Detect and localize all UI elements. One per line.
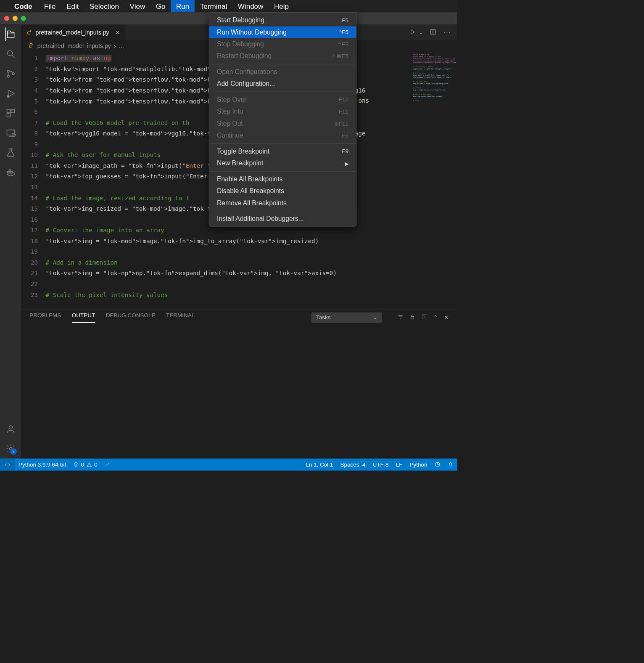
lock-icon[interactable] xyxy=(409,314,415,321)
menu-go[interactable]: Go xyxy=(150,0,171,12)
menu-item-add-configuration-[interactable]: Add Configuration... xyxy=(209,78,356,90)
traffic-lights xyxy=(4,16,26,21)
tab-output[interactable]: OUTPUT xyxy=(72,312,95,323)
svg-point-2 xyxy=(7,75,9,77)
run-file-icon[interactable] xyxy=(409,29,416,36)
menu-help[interactable]: Help xyxy=(269,0,294,12)
settings-badge: 1 xyxy=(10,448,17,455)
menu-item-step-into: Step IntoF11 xyxy=(209,106,356,117)
settings-icon[interactable]: 1 xyxy=(5,443,16,454)
tab-debug-console[interactable]: DEBUG CONSOLE xyxy=(106,312,156,323)
bottom-panel: PROBLEMS OUTPUT DEBUG CONSOLE TERMINAL T… xyxy=(21,309,457,459)
account-icon[interactable] xyxy=(5,424,16,435)
svg-rect-18 xyxy=(411,316,414,318)
close-icon[interactable] xyxy=(4,16,9,21)
menu-item-continue: ContinueF5 xyxy=(209,130,356,141)
output-channel-label: Tasks xyxy=(316,314,330,321)
menu-item-step-over: Step OverF10 xyxy=(209,94,356,106)
chevron-right-icon: › xyxy=(114,42,116,49)
status-kernel[interactable] xyxy=(101,459,113,471)
activity-bar: 1 xyxy=(0,25,21,459)
minimap[interactable]: import numpy as npimport matplotlib.pypl… xyxy=(409,52,457,130)
menu-item-start-debugging[interactable]: Start DebuggingF5 xyxy=(209,14,356,26)
menu-item-restart-debugging: Restart Debugging⇧⌘F5 xyxy=(209,50,356,62)
svg-point-0 xyxy=(7,50,12,56)
app-name[interactable]: Code xyxy=(14,2,32,11)
source-control-icon[interactable] xyxy=(5,69,16,80)
breadcrumb-rest[interactable]: ... xyxy=(119,42,124,49)
python-icon xyxy=(26,29,33,36)
run-debug-icon[interactable] xyxy=(5,88,16,99)
svg-point-16 xyxy=(29,31,29,31)
error-count: 0 xyxy=(81,461,84,468)
breadcrumb-file[interactable]: pretrained_model_inputs.py xyxy=(37,42,111,49)
menu-terminal[interactable]: Terminal xyxy=(195,0,232,12)
status-bell-icon[interactable] xyxy=(444,459,457,471)
run-menu-dropdown: Start DebuggingF5Run Without Debugging^F… xyxy=(209,12,356,227)
status-feedback-icon[interactable] xyxy=(431,459,444,471)
menu-item-step-out: Step Out⇧F11 xyxy=(209,118,356,130)
menu-run[interactable]: Run xyxy=(171,0,195,12)
filter-icon[interactable] xyxy=(397,314,403,321)
split-editor-icon[interactable] xyxy=(430,29,436,36)
svg-rect-5 xyxy=(7,109,10,113)
menu-item-new-breakpoint[interactable]: New Breakpoint▶ xyxy=(209,157,356,169)
testing-icon[interactable] xyxy=(5,147,16,158)
tab-label: pretrained_model_inputs.py xyxy=(35,29,109,36)
warning-count: 0 xyxy=(94,461,98,468)
svg-point-1 xyxy=(7,70,9,72)
status-language[interactable]: Python xyxy=(406,459,431,471)
svg-rect-6 xyxy=(11,109,14,113)
close-panel-icon[interactable]: ✕ xyxy=(444,314,449,321)
editor-actions: ⌄ ··· xyxy=(409,25,457,40)
tab-close-icon[interactable]: ✕ xyxy=(115,29,120,36)
status-eol[interactable]: LF xyxy=(392,459,406,471)
search-icon[interactable] xyxy=(5,49,16,60)
menu-file[interactable]: File xyxy=(39,0,61,12)
menu-window[interactable]: Window xyxy=(232,0,269,12)
status-python[interactable]: Python 3.9.9 64-bit xyxy=(15,459,69,471)
svg-point-22 xyxy=(438,462,440,464)
output-channel-select[interactable]: Tasks ⌄ xyxy=(311,312,382,323)
chevron-down-icon[interactable]: ⌄ xyxy=(419,30,423,35)
svg-point-14 xyxy=(9,426,12,429)
clear-icon[interactable] xyxy=(421,314,427,321)
tab-pretrained-model-inputs[interactable]: pretrained_model_inputs.py ✕ xyxy=(21,25,125,40)
menu-edit[interactable]: Edit xyxy=(61,0,84,12)
svg-point-4 xyxy=(7,95,9,98)
menu-item-stop-debugging: Stop Debugging⇧F5 xyxy=(209,38,356,50)
chevron-down-icon: ⌄ xyxy=(372,314,377,321)
status-cursor-pos[interactable]: Ln 1, Col 1 xyxy=(302,459,337,471)
menu-view[interactable]: View xyxy=(124,0,150,12)
svg-rect-13 xyxy=(9,170,11,172)
status-encoding[interactable]: UTF-8 xyxy=(369,459,392,471)
svg-rect-8 xyxy=(7,130,14,135)
more-actions-icon[interactable]: ··· xyxy=(443,28,451,37)
svg-rect-7 xyxy=(7,114,10,117)
tab-terminal[interactable]: TERMINAL xyxy=(166,312,195,323)
menu-item-open-configurations: Open Configurations xyxy=(209,66,356,78)
minimize-icon[interactable] xyxy=(13,16,18,21)
menu-item-disable-all-breakpoints[interactable]: Disable All Breakpoints xyxy=(209,185,356,197)
tab-problems[interactable]: PROBLEMS xyxy=(29,312,61,323)
status-indent[interactable]: Spaces: 4 xyxy=(337,459,369,471)
menu-item-run-without-debugging[interactable]: Run Without Debugging^F5 xyxy=(209,26,356,38)
gutter: 1234567891011121314151617181920212223 xyxy=(21,52,45,309)
chevron-up-icon[interactable]: ⌃ xyxy=(433,314,438,321)
menu-item-install-additional-debuggers-[interactable]: Install Additional Debuggers... xyxy=(209,213,356,225)
menu-selection[interactable]: Selection xyxy=(84,0,124,12)
explorer-icon[interactable] xyxy=(5,29,16,40)
status-bar: Python 3.9.9 64-bit 0 0 Ln 1, Col 1 Spac… xyxy=(0,459,457,471)
python-icon xyxy=(28,43,34,50)
panel-tabs: PROBLEMS OUTPUT DEBUG CONSOLE TERMINAL T… xyxy=(21,309,457,325)
remote-explorer-icon[interactable] xyxy=(5,127,16,138)
menu-item-remove-all-breakpoints[interactable]: Remove All Breakpoints xyxy=(209,197,356,209)
extensions-icon[interactable] xyxy=(5,108,16,119)
remote-indicator[interactable] xyxy=(0,459,15,471)
docker-icon[interactable] xyxy=(5,167,16,178)
maximize-icon[interactable] xyxy=(21,16,26,21)
menu-item-toggle-breakpoint[interactable]: Toggle BreakpointF9 xyxy=(209,146,356,157)
status-problems[interactable]: 0 0 xyxy=(70,459,101,471)
macos-menubar: Code File Edit Selection View Go Run Ter… xyxy=(0,0,457,12)
menu-item-enable-all-breakpoints[interactable]: Enable All Breakpoints xyxy=(209,173,356,185)
